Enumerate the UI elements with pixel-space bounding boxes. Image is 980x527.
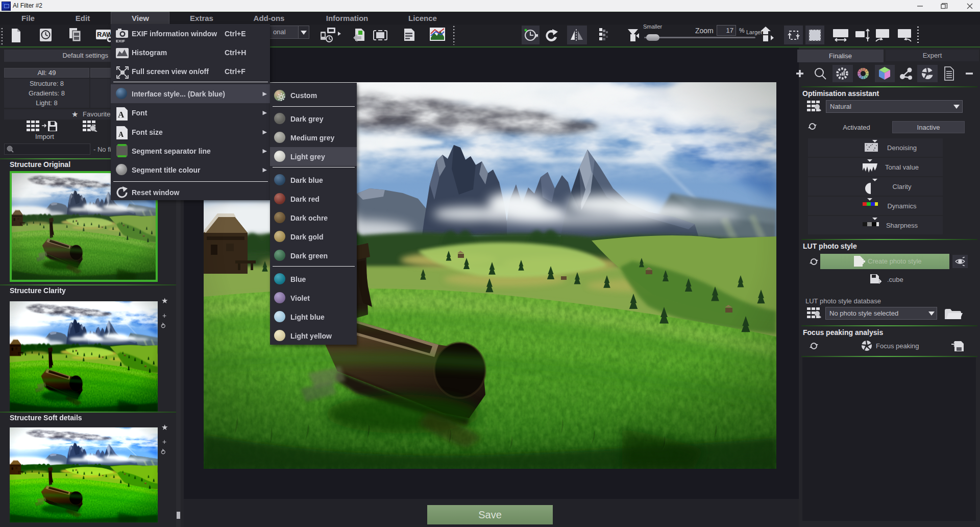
- svg-text:A: A: [118, 131, 124, 138]
- svg-text:A: A: [118, 110, 125, 119]
- svg-text:EXIF: EXIF: [116, 39, 125, 42]
